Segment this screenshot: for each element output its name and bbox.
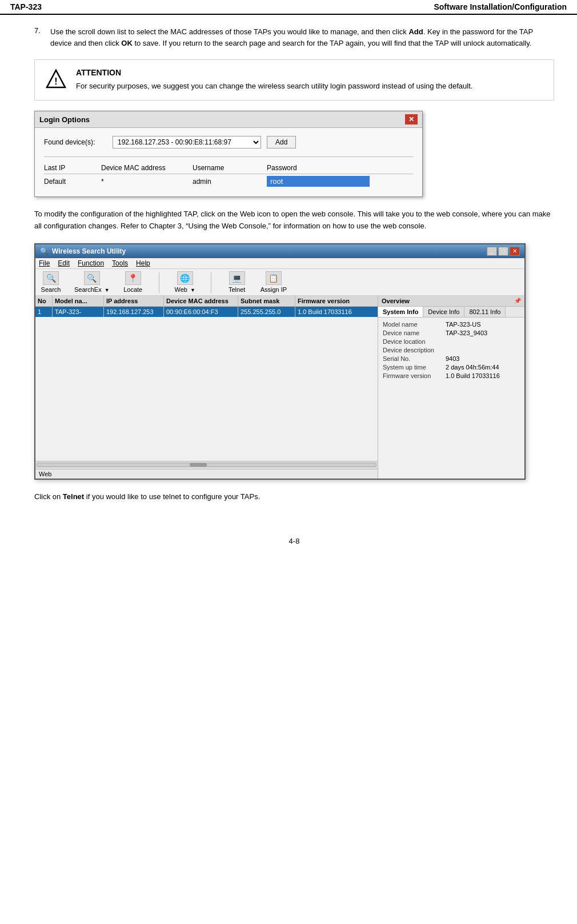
toolbar-web[interactable]: 🌐 Web ▼ — [173, 271, 197, 293]
tab-80211-info[interactable]: 802.11 Info — [464, 307, 506, 317]
menu-help[interactable]: Help — [136, 259, 150, 267]
row-fw: 1.0 Build 17033116 — [295, 307, 370, 317]
searchex-icon: 🔍 — [84, 271, 100, 285]
menu-edit[interactable]: Edit — [58, 259, 70, 267]
col-no-header: No — [35, 296, 53, 306]
horizontal-scrollbar[interactable] — [35, 461, 378, 469]
overview-pin: 📌 — [514, 298, 521, 304]
dialog-titlebar: Login Options ✕ — [35, 111, 422, 128]
para1: To modify the configuration of the highl… — [34, 208, 554, 231]
login-dialog-wrapper: Login Options ✕ Found device(s): 192.168… — [34, 111, 554, 197]
wsu-menubar: File Edit Function Tools Help — [35, 258, 524, 269]
col-model-header: Model na... — [53, 296, 104, 306]
menu-tools[interactable]: Tools — [112, 259, 128, 267]
col-subnet-header: Subnet mask — [238, 296, 295, 306]
web-label: Web ▼ — [174, 286, 195, 293]
telnet-icon: 💻 — [229, 271, 245, 285]
toolbar-assignip[interactable]: 📋 Assign IP — [261, 271, 287, 293]
info-label-devname: Device name — [383, 330, 446, 336]
wsu-window-buttons: _ □ ✕ — [487, 247, 520, 256]
col-mac-header: Device MAC address — [101, 164, 193, 172]
search-icon: 🔍 — [43, 271, 59, 285]
para2-bold: Telnet — [63, 492, 84, 501]
step-number: 7. — [34, 26, 46, 49]
info-label-fw: Firmware version — [383, 372, 446, 379]
svg-text:!: ! — [54, 77, 57, 86]
info-label-location: Device location — [383, 338, 446, 345]
wsu-title: 🔍 Wireless Search Utility — [40, 247, 126, 255]
attention-body: For security purposes, we suggest you ca… — [76, 81, 472, 92]
row-mac2: 00:90:E6:00:04:F3 — [164, 307, 238, 317]
wsu-titlebar: 🔍 Wireless Search Utility _ □ ✕ — [35, 244, 524, 258]
dialog-close-button[interactable]: ✕ — [405, 114, 418, 124]
telnet-label: Telnet — [229, 286, 245, 293]
table-header: Last IP Device MAC address Username Pass… — [44, 162, 413, 174]
toolbar-searchex[interactable]: 🔍 SearchEx ▼ — [74, 271, 110, 293]
overview-title: Overview — [382, 298, 410, 304]
wsu-table-header: No Model na... IP address Device MAC add… — [35, 296, 378, 307]
search-label: Search — [41, 286, 61, 293]
toolbar-divider2 — [211, 272, 211, 293]
wsu-statusbar: Web — [35, 469, 378, 479]
wsu-toolbar: 🔍 Search 🔍 SearchEx ▼ 📍 Locate 🌐 Web ▼ — [35, 269, 524, 296]
table-row: Default * admin root — [44, 174, 413, 188]
info-label-uptime: System up time — [383, 364, 446, 371]
web-icon: 🌐 — [177, 271, 193, 285]
scroll-track — [37, 463, 376, 467]
found-devices-label: Found device(s): — [44, 138, 107, 146]
row-password: root — [267, 176, 370, 187]
col-password-header: Password — [267, 164, 341, 172]
info-label-desc: Device description — [383, 347, 446, 353]
col-mac2-header: Device MAC address — [164, 296, 238, 306]
toolbar-locate[interactable]: 📍 Locate — [121, 271, 145, 293]
attention-icon: ! — [45, 68, 67, 90]
searchex-label: SearchEx ▼ — [74, 286, 110, 293]
dialog-body: Found device(s): 192.168.127.253 - 00:90… — [35, 128, 422, 196]
system-info-table: Model name TAP-323-US Device name TAP-32… — [378, 318, 524, 384]
info-row-devname: Device name TAP-323_9403 — [383, 330, 520, 336]
menu-file[interactable]: File — [39, 259, 50, 267]
menu-function[interactable]: Function — [78, 259, 104, 267]
para2-prefix: Click on — [34, 492, 63, 501]
device-dropdown[interactable]: 192.168.127.253 - 00:90:E8:11:68:97 — [113, 136, 261, 148]
tab-system-info[interactable]: System Info — [378, 307, 423, 317]
toolbar-search[interactable]: 🔍 Search — [39, 271, 63, 293]
info-label-serial: Serial No. — [383, 355, 446, 362]
page-number: 4-8 — [289, 537, 300, 545]
assignip-label: Assign IP — [261, 286, 287, 293]
page-content: 7. Use the scroll down list to select th… — [0, 21, 577, 568]
para2: Click on Telnet if you would like to use… — [34, 491, 554, 503]
row-model: TAP-323- — [53, 307, 104, 317]
minimize-button[interactable]: _ — [487, 247, 497, 256]
info-row-fw: Firmware version 1.0 Build 17033116 — [383, 372, 520, 379]
overview-header: Overview 📌 — [378, 296, 524, 307]
step-text: Use the scroll down list to select the M… — [50, 26, 554, 49]
toolbar-telnet[interactable]: 💻 Telnet — [225, 271, 249, 293]
info-row-desc: Device description — [383, 347, 520, 353]
row-mac: * — [101, 178, 193, 186]
para2-suffix: if you would like to use telnet to confi… — [84, 492, 260, 501]
tab-device-info[interactable]: Device Info — [423, 307, 464, 317]
info-value-devname: TAP-323_9403 — [446, 330, 487, 336]
wsu-table-panel: No Model na... IP address Device MAC add… — [35, 296, 378, 479]
add-button[interactable]: Add — [267, 136, 296, 148]
col-ip-header: IP address — [104, 296, 164, 306]
locate-icon: 📍 — [125, 271, 141, 285]
page-header: TAP-323 Software Installation/Configurat… — [0, 0, 577, 15]
scroll-thumb — [190, 463, 207, 467]
info-value-model: TAP-323-US — [446, 321, 481, 328]
toolbar-divider1 — [159, 272, 159, 293]
page-footer: 4-8 — [34, 537, 554, 545]
wsu-overview-panel: Overview 📌 System Info Device Info 802.1… — [378, 296, 524, 479]
locate-label: Locate — [123, 286, 142, 293]
assignip-icon: 📋 — [266, 271, 282, 285]
attention-box: ! ATTENTION For security purposes, we su… — [34, 59, 554, 101]
overview-tabs: System Info Device Info 802.11 Info — [378, 307, 524, 318]
found-devices-row: Found device(s): 192.168.127.253 - 00:90… — [44, 136, 413, 148]
wsu-window: 🔍 Wireless Search Utility _ □ ✕ File Edi… — [34, 243, 526, 480]
close-button[interactable]: ✕ — [510, 247, 520, 256]
row-username: admin — [193, 178, 267, 186]
maximize-button[interactable]: □ — [498, 247, 508, 256]
wsu-table-row[interactable]: 1 TAP-323- 192.168.127.253 00:90:E6:00:0… — [35, 307, 378, 317]
info-value-serial: 9403 — [446, 355, 459, 362]
